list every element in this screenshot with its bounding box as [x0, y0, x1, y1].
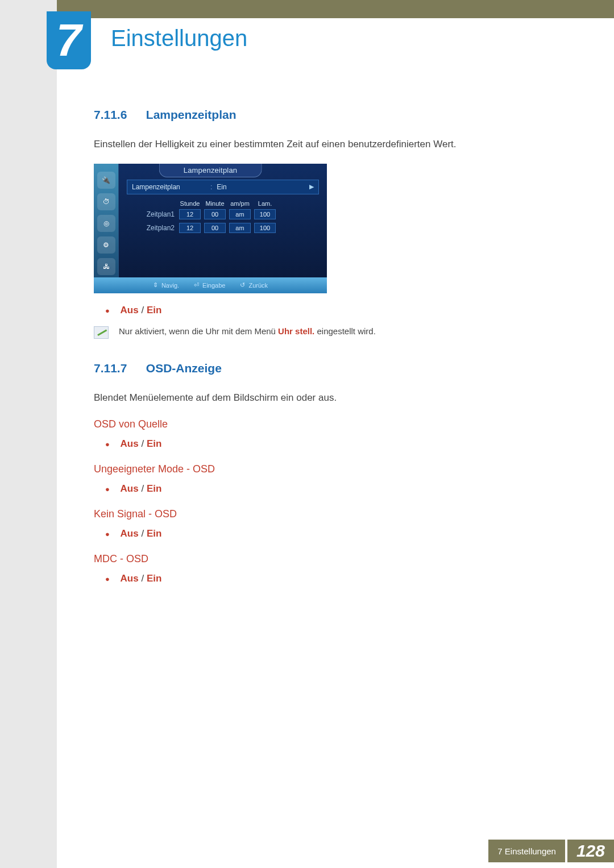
section-title: Lampenzeitplan	[146, 108, 237, 121]
section-number: 7.11.6	[94, 108, 143, 122]
chapter-number: 7	[56, 14, 82, 67]
osd-footer-zurueck: ↺Zurück	[240, 281, 268, 289]
osd-main-panel: Lampenzeitplan : Ein ▶ Stunde Minute am/…	[119, 164, 327, 277]
option-bullet: ● Aus / Ein	[105, 305, 551, 316]
lens-icon: ◎	[97, 215, 115, 232]
content-area: 7.11.6 Lampenzeitplan Einstellen der Hel…	[94, 108, 551, 592]
osd-footer: ⇕Navig. ⏎Eingabe ↺Zurück	[94, 277, 327, 293]
option-aus: Aus	[121, 305, 139, 315]
option-bullet: ● Aus / Ein	[105, 438, 551, 450]
return-icon: ↺	[240, 281, 245, 289]
option-sep: /	[141, 573, 144, 584]
footer-right: 7 Einstellungen 128	[488, 840, 614, 862]
section-number: 7.11.7	[94, 362, 143, 375]
subsection-heading: MDC - OSD	[94, 553, 551, 565]
osd-cell-lam: 100	[254, 223, 276, 233]
osd-cell-hour: 12	[179, 223, 201, 233]
option-ein: Ein	[147, 438, 161, 449]
option-sep: /	[141, 528, 144, 539]
osd-header-lam: Lam.	[254, 200, 276, 207]
osd-sidebar: 🔌 ⏱ ◎ ⚙ 🖧	[94, 164, 119, 277]
option-aus: Aus	[121, 438, 139, 449]
osd-cell-minute: 00	[204, 223, 226, 233]
osd-cell-ampm: am	[229, 223, 251, 233]
option-ein: Ein	[147, 573, 161, 584]
section-heading: 7.11.7 OSD-Anzeige	[94, 362, 551, 375]
updown-icon: ⇕	[153, 281, 158, 289]
osd-title: Lampenzeitplan	[159, 164, 262, 177]
manual-page: 7 Einstellungen 7.11.6 Lampenzeitplan Ei…	[0, 0, 614, 868]
section-body: Einstellen der Helligkeit zu einer besti…	[94, 138, 551, 151]
time-icon: ⏱	[97, 193, 115, 210]
page-footer: 7 Einstellungen 128	[0, 834, 614, 868]
note-icon	[94, 326, 109, 339]
osd-footer-eingabe: ⏎Eingabe	[194, 281, 225, 289]
osd-state-row: Lampenzeitplan : Ein ▶	[127, 180, 319, 194]
network-icon: 🖧	[97, 258, 115, 275]
chapter-number-tab: 7	[47, 11, 91, 69]
enter-icon: ⏎	[194, 281, 199, 289]
option-aus: Aus	[121, 528, 139, 539]
option-aus: Aus	[121, 573, 139, 584]
bullet-dot-icon: ●	[105, 530, 110, 538]
osd-colon: :	[210, 183, 212, 191]
osd-column-headers: Stunde Minute am/pm Lam.	[127, 194, 319, 209]
option-sep: /	[141, 438, 144, 449]
section-heading: 7.11.6 Lampenzeitplan	[94, 108, 551, 122]
option-bullet: ● Aus / Ein	[105, 573, 551, 584]
subsection-heading: OSD von Quelle	[94, 418, 551, 430]
option-aus: Aus	[121, 483, 139, 494]
option-ein: Ein	[147, 483, 161, 494]
option-bullet: ● Aus / Ein	[105, 483, 551, 495]
osd-widget: Lampenzeitplan 🔌 ⏱ ◎ ⚙ 🖧 Lampenzeitplan …	[94, 164, 327, 293]
option-ein: Ein	[147, 528, 161, 539]
bullet-dot-icon: ●	[105, 575, 110, 583]
osd-body: 🔌 ⏱ ◎ ⚙ 🖧 Lampenzeitplan : Ein ▶ Stunde	[94, 164, 327, 277]
chapter-title: Einstellungen	[111, 26, 247, 51]
osd-state-value: Ein	[217, 183, 226, 191]
option-bullet: ● Aus / Ein	[105, 528, 551, 539]
osd-cell-hour: 12	[179, 209, 201, 219]
osd-footer-navig: ⇕Navig.	[153, 281, 179, 289]
osd-schedule-row: Zeitplan2 12 00 am 100	[127, 223, 319, 233]
info-note: Nur aktiviert, wenn die Uhr mit dem Menü…	[94, 326, 551, 339]
bullet-dot-icon: ●	[105, 440, 110, 448]
subsection-heading: Kein Signal - OSD	[94, 508, 551, 520]
osd-cell-lam: 100	[254, 209, 276, 219]
osd-cell-minute: 00	[204, 209, 226, 219]
note-text: Nur aktiviert, wenn die Uhr mit dem Menü…	[119, 326, 376, 336]
bullet-dot-icon: ●	[105, 306, 110, 315]
option-sep: /	[141, 305, 144, 315]
plug-icon: 🔌	[97, 172, 115, 189]
section-title: OSD-Anzeige	[146, 362, 222, 375]
footer-chapter-label: 7 Einstellungen	[488, 840, 565, 862]
osd-cell-ampm: am	[229, 209, 251, 219]
section-body: Blendet Menüelemente auf dem Bildschirm …	[94, 391, 551, 405]
osd-header-ampm: am/pm	[229, 200, 251, 207]
osd-header-minute: Minute	[204, 200, 226, 207]
osd-schedule-row: Zeitplan1 12 00 am 100	[127, 209, 319, 219]
footer-page-number: 128	[567, 840, 614, 862]
play-icon: ▶	[309, 183, 314, 190]
subsection-heading: Ungeeigneter Mode - OSD	[94, 463, 551, 475]
note-highlight: Uhr stell.	[278, 326, 314, 336]
osd-schedule-label: Zeitplan2	[127, 224, 176, 232]
bullet-dot-icon: ●	[105, 485, 110, 493]
left-margin	[0, 0, 57, 868]
option-sep: /	[141, 483, 144, 494]
top-banner	[0, 0, 614, 18]
osd-state-label: Lampenzeitplan	[132, 183, 206, 191]
option-ein: Ein	[147, 305, 161, 315]
osd-header-hour: Stunde	[179, 200, 201, 207]
osd-schedule-label: Zeitplan1	[127, 210, 176, 218]
gear-icon: ⚙	[97, 236, 115, 254]
